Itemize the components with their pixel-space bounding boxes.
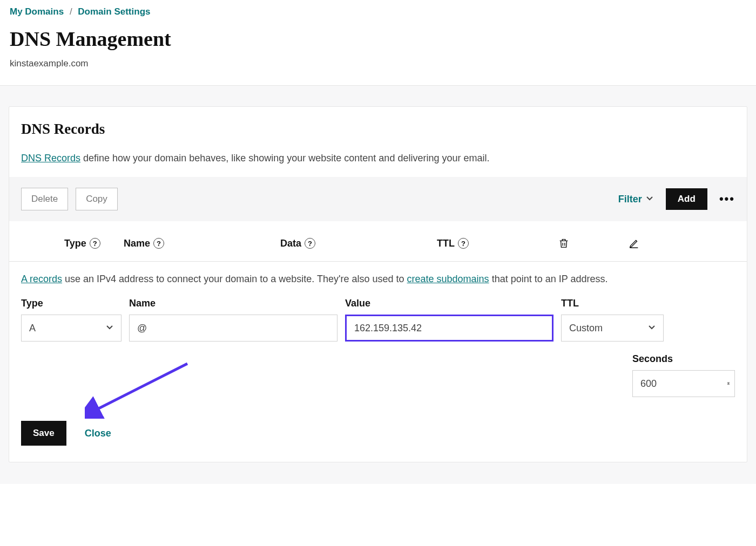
close-button[interactable]: Close (85, 428, 111, 439)
name-label: Name (129, 298, 338, 309)
type-select[interactable]: A (21, 315, 122, 342)
dns-records-card: DNS Records DNS Records define how your … (9, 106, 747, 462)
section-description-text: define how your domain behaves, like sho… (80, 153, 489, 163)
breadcrumb: My Domains / Domain Settings (10, 6, 746, 17)
records-toolbar: Delete Copy Filter Add ••• (9, 177, 747, 221)
table-header: Type ? Name ? Data ? TTL ? (9, 221, 747, 261)
a-record-description: A records use an IPv4 address to connect… (9, 261, 747, 289)
ttl-select[interactable]: Custom (561, 315, 664, 342)
name-input[interactable] (129, 315, 338, 342)
seconds-label: Seconds (632, 353, 735, 365)
filter-button[interactable]: Filter (618, 194, 654, 205)
breadcrumb-separator: / (70, 6, 72, 17)
value-input[interactable] (345, 315, 554, 342)
breadcrumb-my-domains[interactable]: My Domains (10, 6, 64, 17)
column-ttl-label: TTL (437, 238, 455, 249)
column-ttl: TTL ? (437, 238, 529, 249)
save-button[interactable]: Save (21, 421, 66, 446)
help-icon[interactable]: ? (305, 238, 315, 249)
breadcrumb-domain-settings[interactable]: Domain Settings (78, 6, 150, 17)
trash-icon (558, 237, 570, 249)
column-type-label: Type (64, 238, 86, 249)
page-title: DNS Management (10, 27, 746, 51)
help-icon[interactable]: ? (90, 238, 100, 249)
type-label: Type (21, 298, 122, 309)
section-title: DNS Records (21, 121, 735, 138)
column-data-label: Data (280, 238, 301, 249)
filter-label: Filter (618, 194, 642, 205)
seconds-input[interactable] (632, 370, 735, 397)
delete-button[interactable]: Delete (21, 188, 68, 210)
pencil-icon (628, 237, 640, 249)
ttl-label: TTL (561, 298, 664, 309)
a-record-text-1: use an IPv4 address to connect your doma… (62, 274, 407, 284)
a-records-link[interactable]: A records (21, 274, 62, 284)
create-subdomains-link[interactable]: create subdomains (407, 274, 489, 284)
help-icon[interactable]: ? (458, 238, 469, 249)
column-name: Name ? (124, 238, 280, 249)
dns-records-link[interactable]: DNS Records (21, 153, 80, 163)
section-description: DNS Records define how your domain behav… (21, 153, 735, 164)
copy-button[interactable]: Copy (76, 188, 118, 210)
value-label: Value (345, 298, 554, 309)
column-edit[interactable] (599, 237, 669, 249)
more-options-button[interactable]: ••• (719, 192, 735, 206)
a-record-text-2: that point to an IP address. (489, 274, 608, 284)
column-data: Data ? (280, 238, 437, 249)
chevron-down-icon (645, 194, 654, 205)
column-type: Type ? (21, 238, 124, 249)
domain-name: kinstaexample.com (10, 58, 746, 69)
column-delete[interactable] (529, 237, 599, 249)
record-form-row: Type A Name Value TTL (9, 289, 747, 342)
help-icon[interactable]: ? (153, 238, 164, 249)
add-button[interactable]: Add (666, 188, 707, 210)
column-name-label: Name (124, 238, 150, 249)
